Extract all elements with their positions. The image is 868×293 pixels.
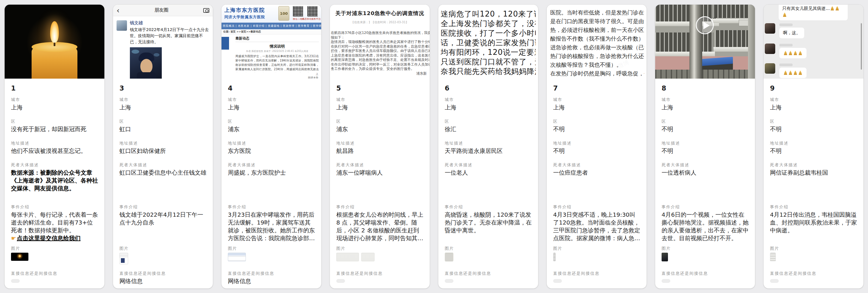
field-label-image: 图片 <box>11 246 98 251</box>
pray-hands-icon <box>783 12 786 17</box>
empty-value-pill <box>661 279 670 283</box>
field-label-event: 事件介绍 <box>770 204 857 209</box>
event-value: 3月23日在家中哮喘发作，用药后无法缓解。19时，家属驾车送其就诊，被医院拒收。… <box>228 211 315 242</box>
address-value: 航昌路 <box>336 147 423 155</box>
attachment-thumbnail[interactable] <box>11 253 28 261</box>
field-label-address: 地址描述 <box>661 140 749 146</box>
moments-nav-bar: ‹ 朋友圈 <box>113 5 213 16</box>
field-label-image: 图片 <box>119 246 207 251</box>
site-nav-menu[interactable]: 医院概况 | 名医名家 | 科室介绍 | 党建园地 | 医政管理 | 医学教育 … <box>221 23 321 29</box>
doc-line: 生作出停职处理的决定，同时举一反三，对全区医务工作人员加强教育，在当前 <box>331 62 430 67</box>
city-value: 上海 <box>119 104 207 111</box>
record-card-3[interactable]: ‹ 朋友圈 钱文雄 钱文雄于2022年4月12日下午一点十九分去世。疫情期间一切… <box>113 4 213 289</box>
record-card-1[interactable]: 1 城市 上海 区 没有死于新冠，却因新冠而死 地址描述 他们不应该被漠视甚至忘… <box>4 4 105 289</box>
field-label-direct: 直接信息还是间接信息 <box>770 271 857 276</box>
field-label-address: 地址描述 <box>770 140 857 146</box>
address-value: 东方医院 <box>228 147 315 155</box>
field-label-address: 地址描述 <box>336 140 423 146</box>
post-text: 钱文雄于2022年4月12日下午一点十九分去世。疫情期间一切从简。家属目前悲痛不… <box>130 27 209 45</box>
city-value: 上海 <box>661 104 749 111</box>
field-label-direct: 直接信息还是间接信息 <box>553 271 640 276</box>
event-value: 钱文雄于2022年4月12日下午一点十九分自杀 <box>119 211 207 227</box>
field-label-deceased: 死者大体描述 <box>770 162 857 167</box>
direct-value: 网络信息 <box>119 277 207 285</box>
doc-line: 的离世深表悲痛，对急救医生由于经验不足、处置不当未能及时出借车载除颤仪 <box>331 58 430 62</box>
city-value: 上海 <box>553 104 640 111</box>
empty-value-pill <box>11 279 20 283</box>
field-label-event: 事件介绍 <box>119 204 207 209</box>
post-photo[interactable] <box>130 47 162 79</box>
deceased-value: 一位癌症患者 <box>553 169 640 177</box>
record-card-4[interactable]: 上海市东方医院 同济大学附属东方医院 100 微信二维码 患者移动服务平台 医院… <box>221 4 321 289</box>
city-value: 上海 <box>445 104 532 111</box>
qr-code <box>307 6 318 17</box>
chat-message-row <box>765 63 775 74</box>
card-image-wechat-moments[interactable]: ‹ 朋友圈 钱文雄 钱文雄于2022年4月12日下午一点十九分去世。疫情期间一切… <box>113 5 213 79</box>
record-card-8[interactable]: 8 城市 上海 区 不明 地址描述 不明 死者大体描述 一位透析病人 事件介绍 … <box>655 4 755 289</box>
screenshot-text-line: 全上海发热门诊都关了，没有 <box>441 19 536 28</box>
submit-info-link[interactable]: ☛点击这里提交信息给我们 <box>11 234 98 242</box>
scrollbar[interactable] <box>861 23 862 69</box>
back-chevron-icon[interactable]: ‹ <box>117 5 119 16</box>
field-label-district: 区 <box>553 119 640 124</box>
district-value: 不明 <box>770 125 857 133</box>
card-image-chat-screenshot[interactable]: 只有其女儿眼见其病逝... 啊，这。 <box>764 5 863 79</box>
card-image-video-still[interactable] <box>655 5 755 79</box>
photo-light-spot <box>154 53 159 57</box>
play-button-icon[interactable] <box>696 16 714 34</box>
doc-line: 报如下： <box>331 35 430 40</box>
field-label-direct: 直接信息还是间接信息 <box>336 271 423 276</box>
card-number: 5 <box>336 84 423 92</box>
record-card-7[interactable]: 微博 微博 医院。当时有些低烧，但是发热门诊在消杀，于 是在门口的黑夜里等待了很… <box>547 4 647 289</box>
empty-value-pill <box>336 279 345 283</box>
address-value: 不明 <box>553 147 640 155</box>
attachment-thumbnail[interactable] <box>336 253 359 261</box>
district-value: 不明 <box>661 125 749 133</box>
chat-bubble <box>779 67 807 78</box>
attachment-thumbnail[interactable] <box>119 253 128 264</box>
field-label-district: 区 <box>770 119 857 124</box>
attachment-thumbnail[interactable] <box>445 253 454 261</box>
attachment-thumbnail[interactable] <box>661 253 668 261</box>
card-image-hospital-site[interactable]: 上海市东方医院 同济大学附属东方医院 100 微信二维码 患者移动服务平台 医院… <box>221 5 321 79</box>
camera-icon[interactable] <box>203 8 209 13</box>
deceased-value: 一位老人 <box>445 169 532 177</box>
field-label-deceased: 死者大体描述 <box>553 162 640 167</box>
card-number: 1 <box>11 84 98 92</box>
notice-body: 周盛妮为我院护士，一直在院内从事科室相关工作。3月23日在家中哮喘发作，用药后无… <box>236 54 319 72</box>
field-label-image: 图片 <box>445 246 532 251</box>
screenshot-text-line: 是在门口的黑夜里等待了很久。可是由于有发 <box>550 17 644 26</box>
empty-value-pill <box>445 279 454 283</box>
field-label-event: 事件介绍 <box>553 204 640 209</box>
chat-bubble: 啊，这。 <box>779 28 804 38</box>
attachment-thumbnail[interactable] <box>553 253 556 261</box>
attachment-thumbnail[interactable] <box>361 253 375 261</box>
record-card-6[interactable]: 迷病危了叫120，120来了说 全上海发热门诊都关了，没有 医院接收，打了一个多… <box>438 4 538 289</box>
pray-hands-icon <box>830 6 834 10</box>
doc-line: 拦住，要求救护车医务人员出借车载除颤仪。由于该病人在自己家中，救护车上 <box>331 49 430 53</box>
card-image-investigation-doc[interactable]: 关于对浦东120急救中心的调查情况 【信息来源：】【信息时间：2022-03-3… <box>330 5 430 79</box>
avatar <box>117 20 127 31</box>
redacted-username <box>779 44 793 47</box>
card-image-text-screenshot[interactable]: 迷病危了叫120，120来了说 全上海发热门诊都关了，没有 医院接收，打了一个多… <box>438 5 538 79</box>
field-label-direct: 直接信息还是间接信息 <box>445 271 532 276</box>
attachment-thumbnail[interactable] <box>228 253 246 261</box>
record-card-5[interactable]: 关于对浦东120急救中心的调查情况 【信息来源：】【信息时间：2022-03-3… <box>330 4 430 289</box>
address-value: 不明 <box>661 147 749 155</box>
card-image-text-screenshot[interactable]: 微博 微博 医院。当时有些低烧，但是发热门诊在消杀，于 是在门口的黑夜里等待了很… <box>547 5 647 79</box>
poster-name[interactable]: 钱文雄 <box>130 20 209 26</box>
field-label-image: 图片 <box>228 246 315 251</box>
deceased-value: 一位透析病人 <box>661 169 749 177</box>
event-value: 根据患者女儿公布的时间线，早上 8 点，其父哮喘发作、晕倒。随后，小区 2 名做… <box>336 211 423 242</box>
attachment-thumbnail[interactable] <box>770 253 776 261</box>
notice-signature: 同济大学 <box>236 76 319 79</box>
card-image-candle[interactable] <box>5 5 104 79</box>
notice-title: 情况说明 <box>236 44 319 49</box>
screenshot-text-line: 酸报告不作数（我不懂为什么不作数）。如果要 <box>550 34 644 43</box>
address-value: 他们不应该被漠视甚至忘记。 <box>11 147 98 155</box>
building-window <box>655 32 713 52</box>
chat-text: 只有其女儿眼见其病逝... <box>782 6 830 11</box>
site-title: 上海市东方医院 <box>224 7 265 13</box>
record-card-9[interactable]: 只有其女儿眼见其病逝... 啊，这。 9 城市 上 <box>763 4 864 289</box>
field-label-event: 事件介绍 <box>661 204 749 209</box>
